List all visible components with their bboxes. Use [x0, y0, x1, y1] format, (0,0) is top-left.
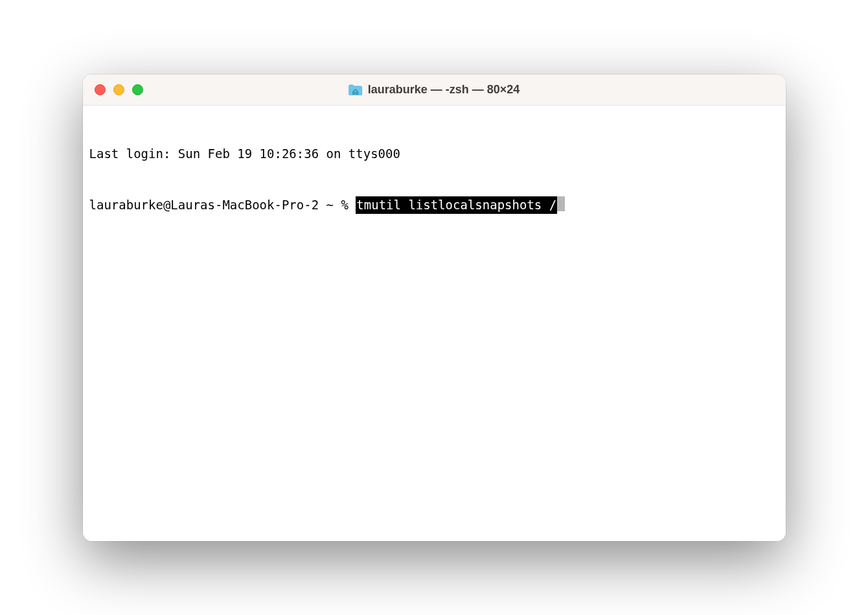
command-input[interactable]: tmutil listlocalsnapshots / — [356, 196, 557, 214]
prompt-text: lauraburke@Lauras-MacBook-Pro-2 ~ % — [89, 196, 356, 214]
window-title-group: lauraburke — -zsh — 80×24 — [348, 83, 520, 97]
terminal-window: lauraburke — -zsh — 80×24 Last login: Su… — [83, 75, 786, 541]
traffic-lights — [95, 84, 143, 95]
close-button[interactable] — [95, 84, 106, 95]
cursor — [557, 196, 565, 211]
terminal-body[interactable]: Last login: Sun Feb 19 10:26:36 on ttys0… — [83, 106, 786, 541]
window-title: lauraburke — -zsh — 80×24 — [368, 83, 520, 97]
titlebar[interactable]: lauraburke — -zsh — 80×24 — [83, 75, 786, 106]
prompt-line: lauraburke@Lauras-MacBook-Pro-2 ~ % tmut… — [89, 196, 779, 214]
minimize-button[interactable] — [113, 84, 124, 95]
last-login-line: Last login: Sun Feb 19 10:26:36 on ttys0… — [89, 145, 779, 163]
maximize-button[interactable] — [132, 84, 143, 95]
home-folder-icon — [348, 84, 363, 95]
